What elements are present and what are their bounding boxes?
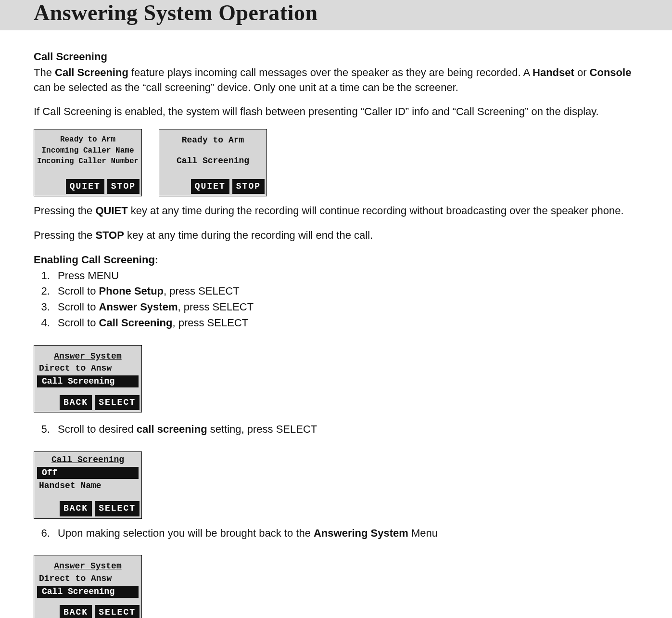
- lcd-softkeys: BACK SELECT: [34, 605, 141, 618]
- lcd-item: Handset Name: [34, 480, 141, 492]
- press-quiet-paragraph: Pressing the QUIET key at any time durin…: [34, 204, 638, 219]
- text: Menu: [408, 527, 438, 539]
- text-bold: Call Screening: [55, 66, 128, 78]
- softkey-select[interactable]: SELECT: [95, 501, 139, 516]
- flash-line: If Call Screening is enabled, the system…: [34, 104, 638, 119]
- lcd-softkeys: QUIET STOP: [34, 179, 141, 196]
- step-3: Scroll to Answer System, press SELECT: [53, 300, 638, 315]
- lcd-lines: Ready to Arm Incoming Caller Name Incomi…: [34, 129, 141, 167]
- text-bold: STOP: [95, 229, 124, 241]
- enabling-heading: Enabling Call Screening:: [34, 253, 638, 268]
- lcd-item: Direct to Answ: [34, 362, 141, 374]
- lcd-lines: Call Screening Off Handset Name: [34, 452, 141, 492]
- press-stop-paragraph: Pressing the STOP key at any time during…: [34, 228, 638, 243]
- content-area: Call Screening The Call Screening featur…: [0, 30, 672, 618]
- text: , press SELECT: [172, 317, 248, 329]
- softkey-back[interactable]: BACK: [60, 501, 92, 516]
- softkey-quiet[interactable]: QUIET: [66, 179, 104, 194]
- step-4: Scroll to Call Screening, press SELECT: [53, 316, 638, 331]
- lcd-answer-system-menu: Answer System Direct to Answ Call Screen…: [34, 345, 142, 412]
- lcd-line: Incoming Caller Name: [34, 145, 141, 156]
- text: , press SELECT: [178, 301, 254, 313]
- lcd-call-screening: Ready to Arm Call Screening QUIET STOP: [159, 129, 267, 196]
- text-bold: Phone Setup: [99, 285, 164, 297]
- text: Pressing the: [34, 205, 95, 217]
- text: Pressing the: [34, 229, 95, 241]
- lcd-line: Incoming Caller Number: [34, 156, 141, 167]
- softkey-stop[interactable]: STOP: [107, 179, 139, 194]
- lcd-answer-system-menu-2: Answer System Direct to Answ Call Screen…: [34, 555, 142, 618]
- lcd-softkeys: QUIET STOP: [159, 179, 266, 196]
- lcd-title: Answer System: [34, 350, 141, 362]
- step-6: Upon making selection you will be brough…: [53, 526, 638, 541]
- lcd-title: Call Screening: [34, 454, 141, 466]
- text: setting, press SELECT: [207, 423, 317, 435]
- lcd-softkeys: BACK SELECT: [34, 395, 141, 412]
- lcd-line: Call Screening: [159, 155, 266, 167]
- softkey-stop[interactable]: STOP: [232, 179, 265, 194]
- steps-list: Press MENU Scroll to Phone Setup, press …: [34, 269, 638, 331]
- lcd-item: Direct to Answ: [34, 573, 141, 585]
- lcd-highlighted-item: Call Screening: [37, 375, 139, 387]
- softkey-back[interactable]: BACK: [60, 605, 92, 618]
- lcd-line: Ready to Arm: [159, 134, 266, 146]
- text: can be selected as the “call screening” …: [34, 81, 458, 93]
- lcd-lines: Answer System Direct to Answ Call Screen…: [34, 346, 141, 389]
- step-2: Scroll to Phone Setup, press SELECT: [53, 284, 638, 299]
- text-bold: Answering System: [314, 527, 408, 539]
- text: or: [574, 66, 590, 78]
- lcd-softkeys: BACK SELECT: [34, 501, 141, 518]
- lcd-line: Ready to Arm: [34, 134, 141, 145]
- text: The: [34, 66, 55, 78]
- lcd-caller-id: Ready to Arm Incoming Caller Name Incomi…: [34, 129, 142, 196]
- lcd-row-1: Ready to Arm Incoming Caller Name Incomi…: [34, 129, 638, 196]
- steps-list-2: Scroll to desired call screening setting…: [34, 422, 638, 437]
- text: key at any time during the recording wil…: [128, 205, 624, 217]
- lcd-lines: Ready to Arm Call Screening: [159, 129, 266, 167]
- text-bold: call screening: [137, 423, 207, 435]
- lcd-highlighted-item: Off: [37, 467, 139, 479]
- page-title: Answering System Operation: [34, 0, 638, 26]
- text: Scroll to desired: [58, 423, 137, 435]
- lcd-call-screening-options: Call Screening Off Handset Name BACK SEL…: [34, 451, 142, 519]
- softkey-back[interactable]: BACK: [60, 395, 92, 410]
- softkey-quiet[interactable]: QUIET: [191, 179, 229, 194]
- text: Press MENU: [58, 270, 119, 282]
- step-1: Press MENU: [53, 269, 638, 283]
- softkey-select[interactable]: SELECT: [95, 605, 139, 618]
- page: Answering System Operation Call Screenin…: [0, 0, 672, 618]
- lcd-highlighted-item: Call Screening: [37, 586, 139, 598]
- text: , press SELECT: [164, 285, 240, 297]
- step-5: Scroll to desired call screening setting…: [53, 422, 638, 437]
- text: key at any time during the recording wil…: [124, 229, 373, 241]
- text-bold: Call Screening: [99, 317, 173, 329]
- text: Upon making selection you will be brough…: [58, 527, 314, 539]
- text: Scroll to: [58, 301, 99, 313]
- page-header: Answering System Operation: [0, 0, 672, 30]
- text: Scroll to: [58, 317, 99, 329]
- lcd-lines: Answer System Direct to Answ Call Screen…: [34, 555, 141, 599]
- lcd-title: Answer System: [34, 560, 141, 572]
- softkey-select[interactable]: SELECT: [95, 395, 139, 410]
- text-bold: Handset: [533, 66, 574, 78]
- steps-list-3: Upon making selection you will be brough…: [34, 526, 638, 541]
- text-bold: QUIET: [95, 205, 127, 217]
- text-bold: Console: [590, 66, 632, 78]
- section-heading: Call Screening: [34, 50, 638, 64]
- text: feature plays incoming call messages ove…: [128, 66, 533, 78]
- intro-paragraph: The Call Screening feature plays incomin…: [34, 65, 638, 95]
- text: Scroll to: [58, 285, 99, 297]
- text-bold: Answer System: [99, 301, 178, 313]
